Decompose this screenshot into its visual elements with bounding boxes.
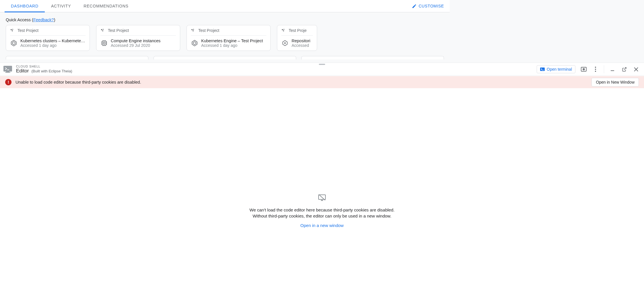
error-message: Unable to load code editor because third… (15, 80, 141, 84)
card-accessed: Accessed (292, 43, 310, 48)
no-screen-icon (318, 194, 326, 201)
svg-rect-8 (102, 41, 106, 45)
svg-point-27 (282, 29, 283, 30)
panel-stub (154, 56, 296, 59)
svg-point-1 (12, 29, 13, 30)
svg-marker-25 (192, 40, 197, 46)
customise-label: CUSTOMISE (419, 4, 444, 8)
svg-point-24 (193, 30, 194, 32)
compute-icon (100, 39, 108, 47)
svg-point-23 (193, 29, 194, 30)
project-name: Test Proje (289, 28, 307, 33)
panel-stub (6, 56, 148, 59)
cloud-shell-title: Editor (16, 68, 29, 74)
project-icon (191, 28, 195, 33)
repository-icon (281, 39, 289, 47)
svg-marker-30 (283, 41, 287, 46)
svg-point-31 (284, 43, 286, 44)
kubernetes-icon (10, 39, 18, 47)
empty-line-2: Without third-party cookies, the editor … (253, 213, 391, 215)
drag-handle[interactable] (319, 64, 325, 65)
project-name: Test Project (108, 28, 129, 33)
svg-rect-9 (103, 42, 105, 44)
cloud-shell-subtitle: (Built with Eclipse Theia) (31, 69, 72, 73)
svg-rect-33 (6, 72, 9, 72)
project-name: Test Project (198, 28, 219, 33)
svg-point-0 (11, 29, 12, 30)
svg-rect-34 (5, 72, 10, 73)
cloud-shell-overline: CLOUD SHELL (16, 65, 72, 68)
error-banner: ! Unable to load code editor because thi… (0, 76, 450, 88)
tabs-bar: DASHBOARD ACTIVITY RECOMMENDATIONS CUSTO… (0, 0, 450, 12)
quick-access-cards: Test Project Kubernetes clusters – Kuber… (6, 25, 444, 51)
customise-button[interactable]: CUSTOMISE (412, 4, 450, 9)
tab-dashboard[interactable]: DASHBOARD (5, 0, 45, 12)
svg-rect-32 (3, 66, 12, 72)
card-title: Kubernetes Engine – Test Project (201, 38, 263, 43)
card-title: Compute Engine instances (111, 38, 160, 43)
qa-card[interactable]: Test Project Compute Engine instances Ac… (96, 25, 180, 51)
tab-recommendations[interactable]: RECOMMENDATIONS (77, 0, 135, 12)
project-name: Test Project (18, 28, 38, 33)
qa-header-prefix: Quick Access ( (6, 18, 33, 22)
panel-stub (301, 56, 444, 59)
project-icon (10, 28, 15, 33)
qa-header-suffix: ) (54, 18, 55, 22)
empty-line-1: We can't load the code editor here becau… (249, 207, 394, 212)
panel-row (0, 54, 450, 59)
error-icon: ! (5, 79, 11, 85)
svg-point-5 (101, 29, 102, 30)
tab-activity[interactable]: ACTIVITY (45, 0, 77, 12)
qa-card[interactable]: Test Project Kubernetes clusters – Kuber… (6, 25, 90, 51)
svg-point-6 (103, 29, 104, 30)
svg-point-22 (191, 29, 193, 30)
svg-point-28 (284, 29, 284, 30)
quick-access-header: Quick Access (Feedback?) (6, 18, 444, 22)
cloud-shell-icon (3, 66, 12, 73)
qa-card[interactable]: Test Proje Repositori Accessed (277, 25, 317, 51)
kubernetes-icon (191, 39, 198, 47)
pencil-icon (412, 4, 417, 9)
svg-marker-3 (11, 40, 16, 46)
project-icon (281, 28, 286, 33)
svg-point-2 (12, 30, 13, 32)
quick-access-section: Quick Access (Feedback?) Test Project Ku… (0, 12, 450, 54)
editor-empty-state: We can't load the code editor here becau… (0, 88, 450, 215)
project-icon (100, 28, 105, 33)
card-accessed: Accessed 1 day ago (201, 43, 263, 48)
svg-point-29 (283, 30, 284, 32)
feedback-link[interactable]: Feedback? (33, 18, 54, 22)
cloud-shell-bar: CLOUD SHELL Editor (Built with Eclipse T… (0, 63, 450, 75)
card-accessed: Accessed 29 Jul 2020 (111, 43, 160, 48)
svg-point-7 (102, 30, 103, 32)
card-title: Repositori (292, 38, 310, 43)
card-accessed: Accessed 1 day ago (20, 43, 86, 48)
svg-marker-4 (12, 42, 15, 45)
qa-card[interactable]: Test Project Kubernetes Engine – Test Pr… (187, 25, 271, 51)
card-title: Kubernetes clusters – Kubernetes En... (20, 38, 86, 43)
svg-marker-26 (193, 42, 196, 45)
